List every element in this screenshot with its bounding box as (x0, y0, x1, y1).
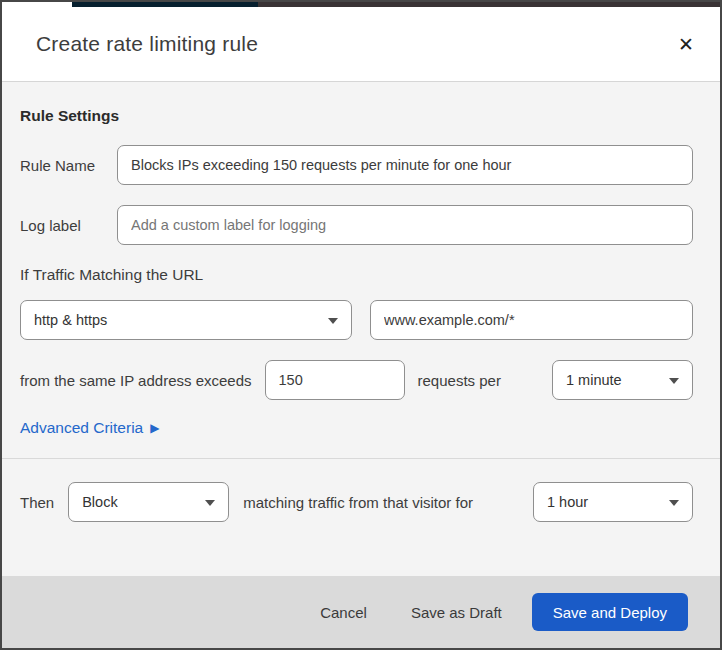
save-as-draft-button[interactable]: Save as Draft (397, 596, 516, 629)
rule-name-label: Rule Name (20, 157, 117, 174)
chevron-down-icon (669, 500, 679, 506)
action-select[interactable]: Block (68, 482, 229, 522)
close-icon[interactable]: ✕ (672, 31, 700, 58)
chevron-down-icon (328, 318, 338, 324)
log-label-row: Log label (20, 205, 693, 245)
log-label-label: Log label (20, 217, 117, 234)
threshold-prefix-text: from the same IP address exceeds (20, 372, 252, 389)
log-label-input[interactable] (117, 205, 693, 245)
advanced-criteria-link[interactable]: Advanced Criteria ▶ (20, 419, 159, 437)
url-match-row: http & https (20, 300, 693, 340)
action-select-value: Block (82, 494, 117, 510)
advanced-criteria-label: Advanced Criteria (20, 419, 143, 437)
then-label: Then (20, 494, 54, 511)
threshold-row: from the same IP address exceeds request… (20, 360, 693, 400)
dialog-body: Rule Settings Rule Name Log label If Tra… (2, 82, 720, 576)
request-threshold-input[interactable] (265, 360, 405, 400)
scheme-select[interactable]: http & https (20, 300, 352, 340)
chevron-down-icon (205, 500, 215, 506)
rule-settings-heading: Rule Settings (20, 107, 693, 125)
section-divider (2, 458, 720, 459)
rule-name-row: Rule Name (20, 145, 693, 185)
create-rate-limiting-rule-dialog: Create rate limiting rule ✕ Rule Setting… (2, 7, 720, 648)
screenshot-frame: Create rate limiting rule ✕ Rule Setting… (0, 0, 722, 650)
traffic-matching-heading: If Traffic Matching the URL (20, 266, 693, 284)
scheme-select-value: http & https (34, 312, 107, 328)
dialog-footer: Cancel Save as Draft Save and Deploy (2, 576, 720, 648)
cancel-button[interactable]: Cancel (306, 596, 381, 629)
url-pattern-input[interactable] (370, 300, 693, 340)
threshold-middle-text: requests per (418, 372, 501, 389)
duration-select[interactable]: 1 hour (533, 482, 693, 522)
rule-name-input[interactable] (117, 145, 693, 185)
save-and-deploy-button[interactable]: Save and Deploy (532, 593, 688, 631)
period-select[interactable]: 1 minute (552, 360, 693, 400)
dialog-header: Create rate limiting rule ✕ (2, 7, 720, 82)
then-action-row: Then Block matching traffic from that vi… (20, 482, 693, 522)
period-select-value: 1 minute (566, 372, 622, 388)
duration-select-value: 1 hour (547, 494, 588, 510)
dialog-title: Create rate limiting rule (36, 32, 672, 56)
expand-arrow-icon: ▶ (150, 421, 159, 435)
chevron-down-icon (669, 378, 679, 384)
then-middle-text: matching traffic from that visitor for (243, 494, 473, 511)
